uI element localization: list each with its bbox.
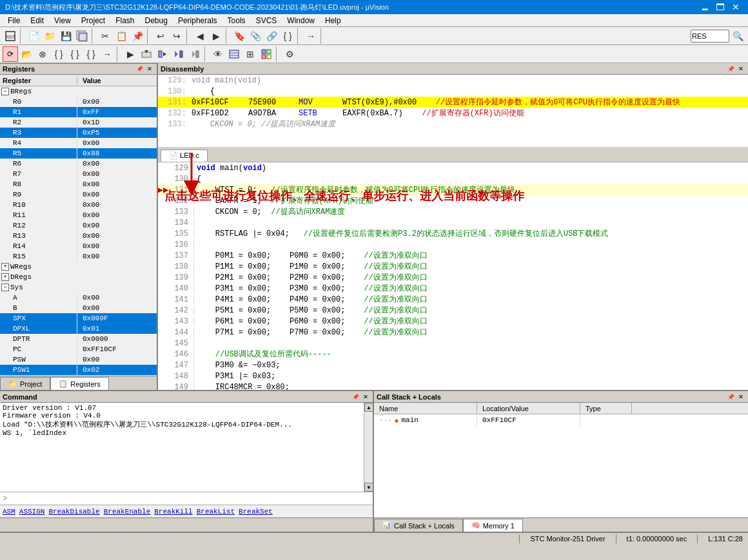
r9-row[interactable]: R9 0x00 [0, 189, 157, 200]
dpxl-row[interactable]: DPXL 0x01 [0, 323, 157, 334]
menu-item-debug[interactable]: Debug [140, 15, 173, 26]
r2-row[interactable]: R2 0x1D [0, 117, 157, 128]
r3-row[interactable]: R3 0xP5 [0, 128, 157, 138]
registers-tab[interactable]: 📋 Registers [50, 377, 108, 390]
tb2-window-button[interactable] [259, 46, 274, 62]
wregs-header[interactable]: + WRegs [0, 262, 157, 272]
menu-item-window[interactable]: Window [282, 15, 320, 26]
dptr-row[interactable]: DPTR 0x0000 [0, 334, 157, 344]
tb2-stepover-button[interactable] [171, 46, 186, 62]
tb2-arrow-button[interactable]: → [99, 46, 115, 62]
tb-copy-button[interactable]: 📋 [113, 28, 129, 44]
pin-icon[interactable]: 📌 [135, 64, 144, 73]
tb-bp2-button[interactable]: 📎 [248, 28, 263, 44]
tb2-braces2-button[interactable]: { } [67, 46, 83, 62]
r8-row[interactable]: R8 0x00 [0, 179, 157, 189]
tb2-run-button[interactable]: ⟳ [3, 46, 18, 62]
cmd-pin-icon[interactable]: 📌 [351, 392, 360, 401]
menu-item-peripherals[interactable]: Peripherals [173, 15, 222, 26]
scroll-up-btn[interactable]: ▲ [364, 403, 373, 412]
b-row[interactable]: B 0x00 [0, 303, 157, 313]
close-panel-icon[interactable]: ✕ [145, 64, 154, 73]
tb-redo-button[interactable]: ↪ [169, 28, 184, 44]
tb-bp-button[interactable]: 🔖 [231, 28, 247, 44]
tb-indent-button[interactable]: → [303, 28, 319, 44]
dregs-header[interactable]: + DRegs [0, 272, 157, 282]
tb-nav-back-button[interactable]: ◀ [192, 28, 208, 44]
led-c-tab[interactable]: 📄 LED.c [161, 150, 208, 162]
tb2-debug2-button[interactable] [139, 46, 154, 62]
bregs-header[interactable]: − BRegs [0, 86, 157, 97]
tb2-debug-button[interactable]: ▶ [123, 46, 138, 62]
cmd-breaklist-link[interactable]: BreakList [197, 508, 235, 516]
tb2-more-button[interactable]: ⊞ [242, 46, 258, 62]
psw1-row[interactable]: PSW1 0x02 [0, 365, 157, 375]
tb-nav-fwd-button[interactable]: ▶ [208, 28, 224, 44]
tb-cut-button[interactable]: ✂ [97, 28, 113, 44]
r13-row[interactable]: R13 0x00 [0, 231, 157, 241]
callstack-tab[interactable]: 📊 Call Stack + Locals [374, 519, 463, 532]
cs-pin-icon[interactable]: 📌 [726, 392, 735, 401]
cmd-breakdisable-link[interactable]: BreakDisable [48, 508, 99, 516]
dis-pin-icon[interactable]: 📌 [726, 64, 735, 73]
r11-row[interactable]: R11 0x00 [0, 210, 157, 220]
tb2-braces-button[interactable]: { } [51, 46, 66, 62]
r7-row[interactable]: R7 0x00 [0, 169, 157, 179]
tb-undo-button[interactable]: ↩ [153, 28, 168, 44]
r6-row[interactable]: R6 0x00 [0, 159, 157, 169]
cmd-breakenable-link[interactable]: BreakEnable [104, 508, 151, 516]
minimize-button[interactable]: 🗕 [698, 0, 712, 14]
cmd-breakset-link[interactable]: BreakSet [239, 508, 273, 516]
tb2-watch-button[interactable]: 👁 [210, 46, 226, 62]
menu-item-view[interactable]: View [49, 15, 76, 26]
tb-rst-button[interactable]: RST [3, 28, 18, 44]
search-input[interactable] [691, 30, 729, 43]
close-button[interactable]: ✕ [729, 0, 743, 14]
cmd-scrollbar[interactable]: ▲ ▼ [364, 403, 373, 492]
r1-row[interactable]: R1 0xFF [0, 107, 157, 117]
tb-search-button[interactable]: 🔍 [730, 28, 745, 44]
tb-paste-button[interactable]: 📌 [130, 28, 145, 44]
pc-row[interactable]: PC 0xFF10CF [0, 344, 157, 354]
sys-header[interactable]: − Sys [0, 282, 157, 293]
command-input[interactable] [10, 495, 370, 503]
tb-bp4-button[interactable]: { } [280, 28, 295, 44]
tb-saveall-button[interactable] [74, 28, 90, 44]
menu-item-edit[interactable]: Edit [25, 15, 49, 26]
tb2-braces3-button[interactable]: { } [83, 46, 99, 62]
a-row[interactable]: A 0x00 [0, 293, 157, 303]
r10-row[interactable]: R10 0x00 [0, 200, 157, 210]
cmd-close-icon[interactable]: ✕ [361, 392, 370, 401]
memory1-tab[interactable]: 🧠 Memory 1 [463, 519, 523, 532]
menu-item-project[interactable]: Project [76, 15, 110, 26]
r14-row[interactable]: R14 0x00 [0, 241, 157, 251]
tb2-stepout-button[interactable] [187, 46, 202, 62]
psw-row[interactable]: PSW 0x00 [0, 354, 157, 365]
tb2-settings-button[interactable]: ⚙ [282, 46, 297, 62]
tb2-open2-button[interactable]: 📂 [19, 46, 34, 62]
menu-item-file[interactable]: File [3, 15, 25, 26]
tb-new-button[interactable]: 📄 [26, 28, 41, 44]
cmd-breakkill-link[interactable]: BreakKill [154, 508, 192, 516]
menu-item-flash[interactable]: Flash [110, 15, 139, 26]
maximize-button[interactable]: 🗖 [713, 0, 727, 14]
project-tab[interactable]: 📁 Project [0, 377, 50, 390]
scroll-down-btn[interactable]: ▼ [364, 483, 373, 492]
cmd-asm-link[interactable]: ASM [3, 508, 15, 516]
r12-row[interactable]: R12 0x00 [0, 220, 157, 231]
menu-item-help[interactable]: Help [320, 15, 346, 26]
tb2-stop-button[interactable]: ⊗ [35, 46, 50, 62]
tb-bp3-button[interactable]: 🔗 [264, 28, 279, 44]
r5-row[interactable]: R5 0x88 [0, 148, 157, 159]
tb-save-button[interactable]: 💾 [58, 28, 74, 44]
menu-item-tools[interactable]: Tools [222, 15, 251, 26]
cs-close-icon[interactable]: ✕ [736, 392, 745, 401]
r0-row[interactable]: R0 0x00 [0, 97, 157, 107]
spx-row[interactable]: SPX 0x009F [0, 313, 157, 323]
tb2-step-button[interactable] [155, 46, 170, 62]
r15-row[interactable]: R15 0x00 [0, 251, 157, 262]
r4-row[interactable]: R4 0x00 [0, 138, 157, 148]
cmd-assign-link[interactable]: ASSIGN [19, 508, 45, 516]
tb2-mem-button[interactable] [226, 46, 242, 62]
menu-item-svcs[interactable]: SVCS [251, 15, 282, 26]
